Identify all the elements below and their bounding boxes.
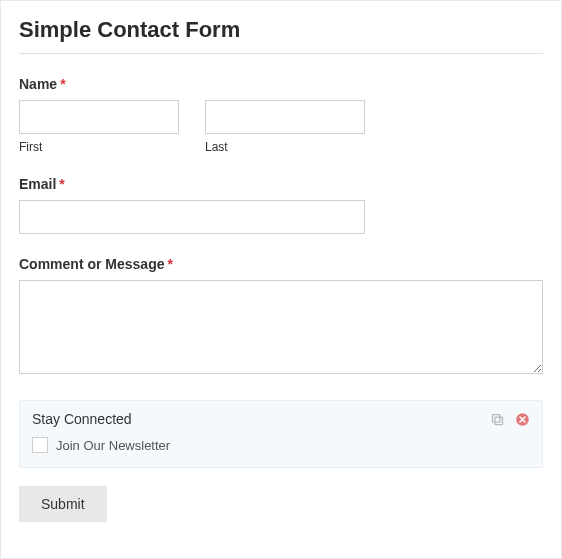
comment-textarea[interactable] [19, 280, 543, 374]
first-name-sublabel: First [19, 140, 179, 154]
last-name-input[interactable] [205, 100, 365, 134]
checkbox-panel-icons [490, 412, 530, 427]
email-required-marker: * [59, 176, 64, 192]
last-name-column: Last [205, 100, 365, 154]
duplicate-icon[interactable] [490, 412, 505, 427]
email-field: Email* [19, 176, 543, 234]
email-label: Email* [19, 176, 543, 192]
divider [19, 53, 543, 54]
svg-rect-1 [493, 414, 501, 422]
svg-rect-0 [495, 417, 503, 425]
comment-label: Comment or Message* [19, 256, 543, 272]
email-label-text: Email [19, 176, 56, 192]
comment-required-marker: * [167, 256, 172, 272]
checkbox-panel-header: Stay Connected [32, 411, 530, 427]
checkbox-option-row: Join Our Newsletter [32, 437, 530, 453]
last-name-sublabel: Last [205, 140, 365, 154]
name-field: Name* First Last [19, 76, 543, 154]
checkbox-panel[interactable]: Stay Connected Join Our Newslet [19, 400, 543, 468]
name-required-marker: * [60, 76, 65, 92]
first-name-input[interactable] [19, 100, 179, 134]
delete-icon[interactable] [515, 412, 530, 427]
name-columns: First Last [19, 100, 543, 154]
first-name-column: First [19, 100, 179, 154]
name-label-text: Name [19, 76, 57, 92]
checkbox-panel-title: Stay Connected [32, 411, 132, 427]
name-label: Name* [19, 76, 543, 92]
comment-field: Comment or Message* [19, 256, 543, 378]
newsletter-label: Join Our Newsletter [56, 438, 170, 453]
newsletter-checkbox[interactable] [32, 437, 48, 453]
form-title: Simple Contact Form [19, 17, 543, 43]
form-panel: Simple Contact Form Name* First Last Ema… [0, 0, 562, 559]
submit-button[interactable]: Submit [19, 486, 107, 522]
comment-label-text: Comment or Message [19, 256, 164, 272]
email-input[interactable] [19, 200, 365, 234]
